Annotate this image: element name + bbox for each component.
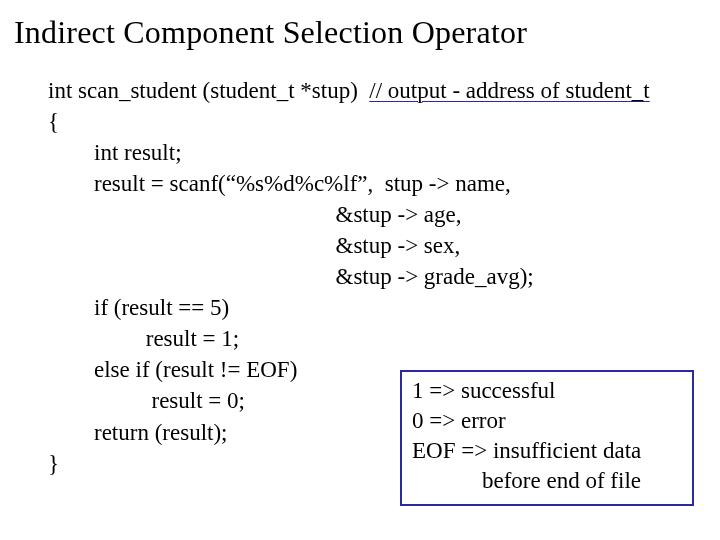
slide-title: Indirect Component Selection Operator [0,0,720,51]
code-line: result = 1; [48,326,239,351]
code-line: &stup -> sex, [48,233,460,258]
code-line: &stup -> age, [48,202,462,227]
code-line: result = 0; [48,388,245,413]
code-line: } [48,451,59,476]
code-line: return (result); [48,420,227,445]
legend-row: 1 => successful [412,376,682,406]
legend-box: 1 => successful 0 => error EOF => insuff… [400,370,694,506]
fn-signature-comment: // output - address of student_t [369,78,649,103]
legend-row: before end of file [412,466,682,496]
code-line: else if (result != EOF) [48,357,297,382]
code-line: result = scanf(“%s%d%c%lf”, stup -> name… [48,171,511,196]
code-line: &stup -> grade_avg); [48,264,534,289]
code-line: if (result == 5) [48,295,229,320]
code-line: { [48,109,59,134]
code-line: int result; [48,140,182,165]
legend-row: 0 => error [412,406,682,436]
legend-row: EOF => insufficient data [412,436,682,466]
fn-signature: int scan_student (student_t *stup) [48,78,369,103]
